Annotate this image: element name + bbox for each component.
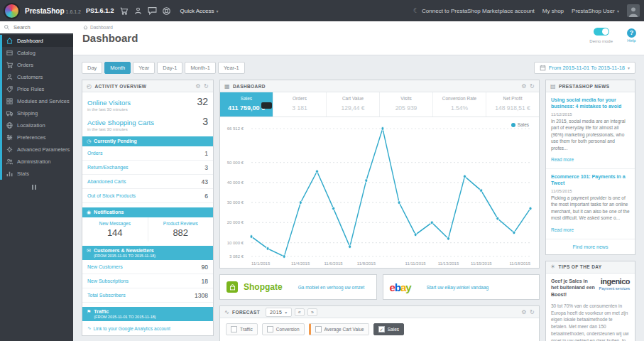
- sidebar-item-customers[interactable]: Customers: [2, 71, 73, 83]
- sidebar-item-label: Modules and Services: [17, 98, 70, 104]
- legend-chip-average-cart-value[interactable]: Average Cart Value: [309, 323, 369, 335]
- find-more-news-link[interactable]: Find more news: [546, 239, 635, 254]
- stat-label: Online Visitors: [87, 99, 131, 107]
- pending-row-out-of-stock[interactable]: Out of Stock Products6: [82, 189, 213, 203]
- sidebar-item-label: Price Rules: [17, 86, 44, 92]
- next-year-button[interactable]: »: [307, 308, 317, 316]
- user-menu[interactable]: PrestaShop User▾: [572, 8, 619, 14]
- my-shop-link[interactable]: My shop: [542, 8, 564, 14]
- gear-icon[interactable]: ⚙: [521, 309, 527, 315]
- sidebar: Dashboard Catalog Orders Customers Price…: [0, 21, 73, 341]
- demo-mode-toggle[interactable]: [594, 28, 609, 36]
- read-more-link[interactable]: Read more: [551, 157, 574, 162]
- sidebar-item-dashboard[interactable]: Dashboard: [2, 35, 73, 47]
- pending-row-abandoned-carts[interactable]: Abandoned Carts43: [82, 175, 213, 189]
- checkbox-icon: [315, 326, 322, 332]
- forecast-icon: ∿: [224, 309, 229, 315]
- legend-chip-sales[interactable]: ✓Sales: [373, 323, 404, 335]
- range-button-year[interactable]: Year: [133, 62, 155, 74]
- shopgate-promo[interactable]: Shopgate Ga mobiel en verhoog uw omzet: [219, 274, 377, 300]
- pending-row-orders[interactable]: Orders1: [82, 146, 213, 161]
- prestashop-logo[interactable]: [4, 3, 20, 19]
- search-input[interactable]: [12, 23, 66, 31]
- range-button-year-1[interactable]: Year-1: [218, 62, 245, 74]
- cart-icon[interactable]: [119, 6, 129, 16]
- checkbox-checked-icon: ✓: [378, 326, 385, 332]
- prev-year-button[interactable]: «: [295, 308, 305, 316]
- sidebar-item-advanced-parameters[interactable]: Advanced Parameters: [2, 144, 73, 156]
- kpi-cart-value[interactable]: Cart Value129,44 €: [326, 92, 379, 117]
- kpi-orders[interactable]: Orders3 181: [273, 92, 326, 117]
- sales-chart: 66 912 € 50 000 € 40 000 € 30 000 € 20 0…: [220, 117, 539, 268]
- kpi-net-profit[interactable]: Net Profit148 918,51 €: [486, 92, 539, 117]
- breadcrumb[interactable]: Dashboard: [83, 25, 113, 30]
- legend-chip-traffic[interactable]: Traffic: [226, 323, 258, 335]
- customers-row-new-customers[interactable]: New Customers90: [82, 260, 213, 274]
- year-select[interactable]: 2015▾: [266, 308, 292, 317]
- search-icon: [4, 24, 10, 31]
- range-button-month[interactable]: Month: [104, 62, 131, 74]
- sidebar-item-preferences[interactable]: Preferences: [2, 131, 73, 144]
- sidebar-item-modules[interactable]: Modules and Services: [2, 95, 73, 107]
- tag-icon: [6, 85, 13, 93]
- news-article: Ecommerce 101: Payments in a Tweet 11/05…: [546, 169, 635, 239]
- sidebar-item-price-rules[interactable]: Price Rules: [2, 83, 73, 95]
- news-icon: ▤: [550, 83, 556, 90]
- sidebar-item-orders[interactable]: Orders: [2, 59, 73, 71]
- read-more-link[interactable]: Read more: [551, 227, 574, 232]
- date-range-picker[interactable]: From 2015-11-01 To 2015-11-18 ▾: [534, 62, 635, 74]
- sidebar-item-shipping[interactable]: Shipping: [2, 107, 73, 119]
- active-carts-stat[interactable]: Active Shopping Carts3 in the last 30 mi…: [82, 112, 213, 132]
- help-button[interactable]: ? Help: [627, 25, 636, 43]
- refresh-icon[interactable]: ↻: [204, 83, 209, 90]
- new-messages-cell[interactable]: New Messages144: [82, 217, 148, 242]
- checkbox-icon: [231, 326, 237, 332]
- google-analytics-link[interactable]: ∿Link to your Google Analytics account: [82, 321, 213, 335]
- marketplace-connect-link[interactable]: ☾Connect to PrestaShop Marketplace accou…: [413, 7, 535, 14]
- ebay-promo[interactable]: ebay Start uw eBay-winkel vandaag: [383, 274, 540, 300]
- sidebar-item-administration[interactable]: Administration: [2, 156, 73, 168]
- article-title-link[interactable]: Using social media for your business: 4 …: [551, 97, 630, 110]
- user-avatar[interactable]: [627, 4, 640, 17]
- sidebar-item-label: Dashboard: [17, 38, 43, 44]
- forecast-panel: ∿ FORECAST 2015▾ « » ⚙ ↻ Traffic Convers…: [219, 305, 540, 341]
- product-reviews-cell[interactable]: Product Reviews882: [148, 217, 214, 242]
- sidebar-item-catalog[interactable]: Catalog: [2, 47, 73, 59]
- gear-icon[interactable]: ⚙: [521, 83, 527, 90]
- shopgate-link[interactable]: Ga mobiel en verhoog uw omzet: [298, 285, 365, 290]
- checkbox-icon: [267, 326, 273, 332]
- online-visitors-stat[interactable]: Online Visitors32 in the last 30 minutes: [82, 92, 213, 112]
- refresh-icon[interactable]: ↻: [530, 309, 535, 315]
- clock-icon: ◷: [87, 139, 91, 144]
- kpi-sales[interactable]: Sales411 759,00 €: [220, 92, 273, 117]
- chart-x-axis: 11/1/2015 11/4/2015 11/6/2015 11/8/2015 …: [251, 259, 530, 266]
- panel-title: PRESTASHOP NEWS: [559, 84, 610, 89]
- support-icon[interactable]: [162, 6, 171, 16]
- sidebar-item-label: Preferences: [17, 134, 45, 141]
- sidebar-collapse-button[interactable]: [32, 185, 73, 190]
- gear-icon[interactable]: ⚙: [195, 83, 201, 90]
- pending-row-returns[interactable]: Return/Exchanges3: [82, 161, 213, 175]
- news-article: Using social media for your business: 4 …: [546, 92, 635, 169]
- sidebar-item-localization[interactable]: Localization: [2, 119, 73, 131]
- kpi-conversion-rate[interactable]: Conversion Rate1.54%: [432, 92, 486, 117]
- messages-icon[interactable]: [148, 6, 157, 16]
- ebay-link[interactable]: Start uw eBay-winkel vandaag: [427, 285, 489, 290]
- moon-icon: ☾: [413, 7, 419, 14]
- kpi-visits[interactable]: Visits205 939: [379, 92, 432, 117]
- range-button-day-1[interactable]: Day-1: [157, 62, 182, 74]
- refresh-icon[interactable]: ↻: [530, 83, 535, 90]
- ebay-logo: ebay: [390, 281, 411, 293]
- range-button-day[interactable]: Day: [82, 62, 102, 74]
- customers-row-total-subscribers[interactable]: Total Subscribers1308: [82, 288, 213, 303]
- shop-name-link[interactable]: PS1.6.1.2: [86, 7, 114, 14]
- legend-chip-conversion[interactable]: Conversion: [262, 323, 305, 335]
- article-title-link[interactable]: Ecommerce 101: Payments in a Tweet: [551, 173, 630, 187]
- sidebar-item-stats[interactable]: Stats: [2, 168, 73, 180]
- range-button-month-1[interactable]: Month-1: [185, 62, 216, 74]
- dashboard-toolbar: Day Month Year Day-1 Month-1 Year-1 From…: [73, 55, 644, 80]
- customers-row-new-subscriptions[interactable]: New Subscriptions18: [82, 274, 213, 288]
- activity-overview-panel: ◴ ACTIVITY OVERVIEW ⚙ ↻ Online Visitors3…: [82, 80, 214, 336]
- customers-icon[interactable]: [133, 6, 143, 16]
- quick-access-menu[interactable]: Quick Access▾: [180, 8, 219, 14]
